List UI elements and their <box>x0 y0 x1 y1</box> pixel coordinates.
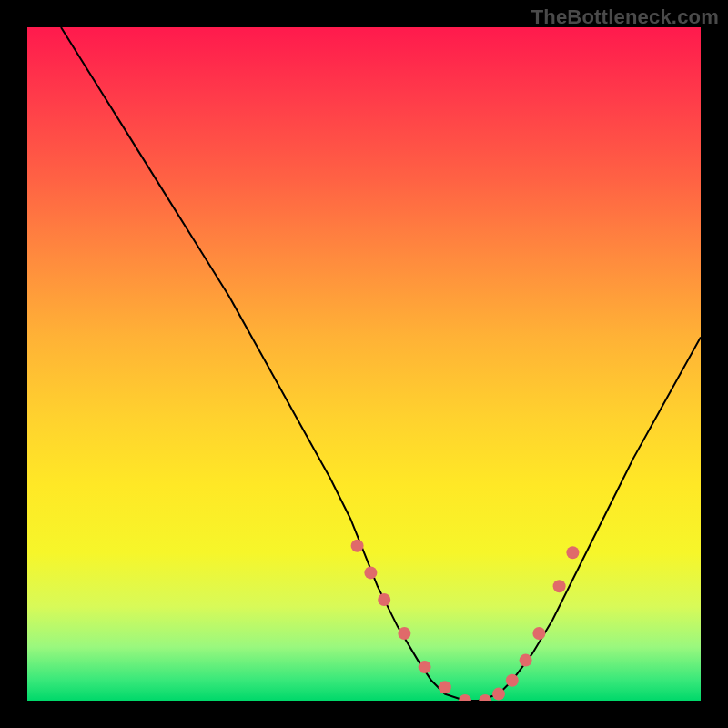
highlight-dot <box>492 688 505 701</box>
highlight-dot <box>419 661 431 673</box>
highlight-dot <box>459 694 471 701</box>
highlight-dot <box>439 681 451 693</box>
highlight-dot <box>479 694 491 701</box>
highlight-dot <box>364 566 377 579</box>
highlight-dot <box>378 593 390 606</box>
highlight-dot <box>506 674 519 687</box>
outer-frame: TheBottleneck.com <box>0 0 728 728</box>
watermark-text: TheBottleneck.com <box>531 5 719 29</box>
highlight-dot <box>553 580 566 592</box>
plot-area <box>27 27 701 701</box>
chart-svg <box>27 27 701 701</box>
highlight-dot <box>520 654 532 667</box>
highlight-dots-group <box>351 540 580 701</box>
highlight-dot <box>398 627 410 640</box>
highlight-dot <box>566 546 579 559</box>
highlight-dot <box>532 627 545 640</box>
highlight-dot <box>351 540 364 552</box>
